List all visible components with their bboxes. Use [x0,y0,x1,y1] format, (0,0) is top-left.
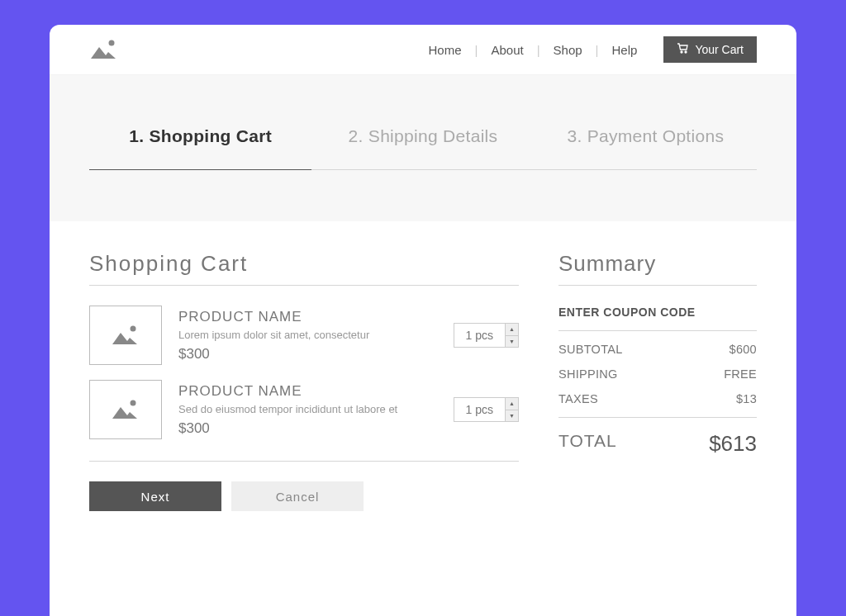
svg-point-3 [131,326,136,332]
checkout-steps: 1. Shopping Cart 2. Shipping Details 3. … [50,75,796,221]
step-shipping-details[interactable]: 2. Shipping Details [311,126,534,169]
quantity-up-button[interactable]: ▲ [506,397,519,410]
taxes-value: $13 [736,392,757,405]
quantity-down-button[interactable]: ▼ [506,410,519,423]
quantity-stepper: 1 pcs ▲ ▼ [454,323,519,348]
product-price: $300 [178,420,437,437]
quantity-up-button[interactable]: ▲ [506,323,519,335]
product-info: PRODUCT NAME Lorem ipsum dolor sit amet,… [178,309,437,362]
cart-column: Shopping Cart PRODUCT NAME Lorem ipsum d… [89,251,519,511]
summary-column: Summary ENTER COUPON CODE SUBTOTAL $600 … [558,251,757,511]
product-name: PRODUCT NAME [178,383,437,400]
product-info: PRODUCT NAME Sed do eiusmod tempor incid… [178,383,437,437]
svg-point-1 [681,51,682,53]
quantity-value[interactable]: 1 pcs [454,397,506,422]
product-image-placeholder [89,380,162,439]
summary-taxes: TAXES $13 [558,392,757,405]
cart-icon [677,43,688,56]
step-shopping-cart[interactable]: 1. Shopping Cart [89,126,311,170]
nav-home[interactable]: Home [416,43,475,57]
subtotal-value: $600 [730,343,757,356]
nav-help[interactable]: Help [599,43,651,57]
product-description: Sed do eiusmod tempor incididunt ut labo… [178,403,437,415]
divider [89,461,519,462]
shipping-label: SHIPPING [558,367,618,381]
product-name: PRODUCT NAME [178,309,437,325]
nav: Home | About | Shop | Help Your Cart [416,36,757,63]
total-label: TOTAL [558,431,617,457]
product-description: Lorem ipsum dolor sit amet, consectetur [178,329,437,341]
your-cart-label: Your Cart [695,43,744,56]
app-window: Home | About | Shop | Help Your Cart [50,25,796,616]
next-button[interactable]: Next [89,481,221,511]
cart-title: Shopping Cart [89,251,519,286]
svg-point-4 [131,400,136,406]
subtotal-label: SUBTOTAL [558,343,623,356]
summary-total: TOTAL $613 [558,417,757,457]
content: Shopping Cart PRODUCT NAME Lorem ipsum d… [50,221,796,541]
nav-shop[interactable]: Shop [540,43,596,57]
taxes-label: TAXES [558,392,598,405]
cart-item: PRODUCT NAME Lorem ipsum dolor sit amet,… [89,306,519,380]
svg-point-0 [109,40,115,46]
step-payment-options[interactable]: 3. Payment Options [535,126,757,169]
svg-point-2 [685,51,687,53]
quantity-value[interactable]: 1 pcs [454,323,506,348]
summary-title: Summary [558,251,757,286]
nav-about[interactable]: About [478,43,536,57]
cancel-button[interactable]: Cancel [231,481,364,511]
total-value: $613 [709,431,757,457]
quantity-stepper: 1 pcs ▲ ▼ [454,397,519,422]
header: Home | About | Shop | Help Your Cart [50,25,796,75]
coupon-code-input[interactable]: ENTER COUPON CODE [558,306,757,331]
summary-subtotal: SUBTOTAL $600 [558,343,757,356]
product-price: $300 [178,346,437,362]
cart-item: PRODUCT NAME Sed do eiusmod tempor incid… [89,380,519,454]
shipping-value: FREE [724,367,757,381]
quantity-down-button[interactable]: ▼ [506,335,519,348]
logo-icon [89,39,119,60]
product-image-placeholder [89,306,162,365]
button-row: Next Cancel [89,481,519,511]
your-cart-button[interactable]: Your Cart [663,36,757,63]
summary-shipping: SHIPPING FREE [558,367,757,381]
